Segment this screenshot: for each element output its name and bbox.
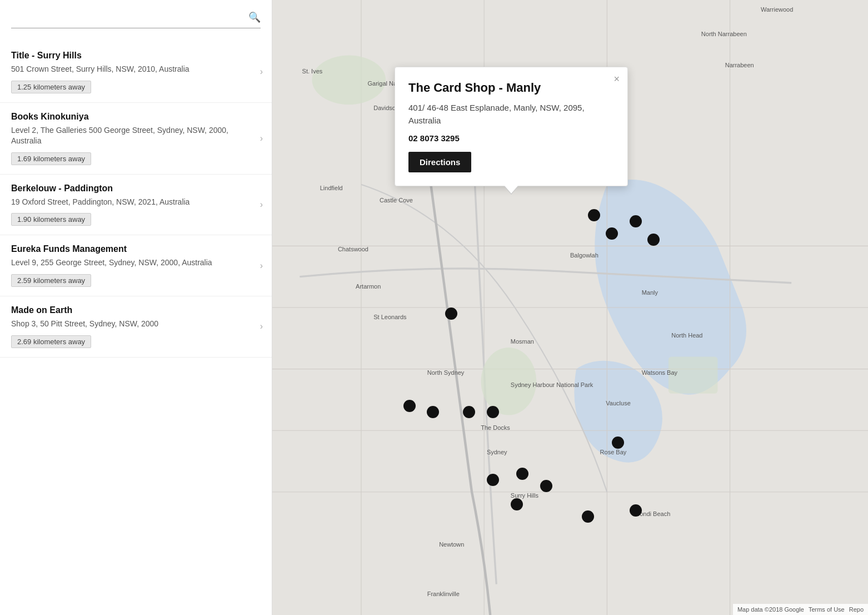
map-marker-15[interactable]: [487, 474, 499, 486]
map-marker-12[interactable]: [511, 498, 523, 510]
map-marker-4[interactable]: [445, 308, 457, 320]
location-address-4: Shop 3, 50 Pitt Street, Sydney, NSW, 200…: [11, 319, 261, 330]
map-popup: × The Card Shop - Manly 401/ 46-48 East …: [395, 67, 628, 186]
location-address-2: 19 Oxford Street, Paddington, NSW, 2021,…: [11, 197, 261, 208]
search-input[interactable]: Chippendale NSW, Australia: [11, 12, 248, 22]
distance-badge-1: 1.69 kilometers away: [11, 152, 91, 165]
map-marker-11[interactable]: [540, 480, 552, 492]
location-item-2[interactable]: Berkelouw - Paddington 19 Oxford Street,…: [0, 175, 272, 236]
map-panel: WarriewoodNorth NarrabeenNarrabeenSt. Iv…: [272, 0, 868, 615]
map-marker-8[interactable]: [487, 406, 499, 418]
location-item-0[interactable]: Title - Surry Hills 501 Crown Street, Su…: [0, 42, 272, 103]
map-marker-9[interactable]: [612, 437, 624, 449]
popup-address: 401/ 46-48 East Esplanade, Manly, NSW, 2…: [408, 102, 612, 127]
location-address-1: Level 2, The Galleries 500 George Street…: [11, 125, 261, 147]
map-marker-2[interactable]: [647, 234, 660, 246]
directions-button[interactable]: Directions: [408, 152, 471, 172]
location-name-2: Berkelouw - Paddington: [11, 183, 261, 194]
map-marker-10[interactable]: [516, 468, 528, 480]
locations-list: Title - Surry Hills 501 Crown Street, Su…: [0, 42, 272, 358]
distance-badge-4: 2.69 kilometers away: [11, 335, 91, 348]
map-marker-0[interactable]: [606, 227, 618, 240]
chevron-icon-2: ›: [260, 200, 263, 210]
location-name-4: Made on Earth: [11, 305, 261, 315]
location-address-0: 501 Crown Street, Surry Hills, NSW, 2010…: [11, 64, 261, 75]
map-marker-5[interactable]: [403, 400, 416, 412]
svg-point-10: [312, 56, 386, 105]
popup-close-button[interactable]: ×: [613, 74, 620, 84]
left-panel: Chippendale NSW, Australia 🔍 Title - Sur…: [0, 0, 272, 615]
search-bar: Chippendale NSW, Australia 🔍: [11, 11, 261, 28]
chevron-icon-0: ›: [260, 67, 263, 77]
map-marker-1[interactable]: [630, 215, 642, 227]
location-item-1[interactable]: Books Kinokuniya Level 2, The Galleries …: [0, 103, 272, 175]
location-item-3[interactable]: Eureka Funds Management Level 9, 255 Geo…: [0, 235, 272, 296]
distance-badge-2: 1.90 kilometers away: [11, 213, 91, 226]
map-marker-6[interactable]: [427, 406, 439, 418]
location-address-3: Level 9, 255 George Street, Sydney, NSW,…: [11, 257, 261, 269]
chevron-icon-3: ›: [260, 261, 263, 271]
map-footer: Map data ©2018 Google Terms of Use Repo: [733, 604, 868, 615]
map-copyright: Map data ©2018 Google: [737, 606, 804, 613]
map-report: Repo: [849, 606, 864, 613]
map-marker-3[interactable]: [588, 209, 600, 221]
location-name-3: Eureka Funds Management: [11, 244, 261, 254]
location-name-1: Books Kinokuniya: [11, 112, 261, 122]
popup-phone: 02 8073 3295: [408, 133, 612, 143]
location-item-4[interactable]: Made on Earth Shop 3, 50 Pitt Street, Sy…: [0, 296, 272, 358]
search-icon[interactable]: 🔍: [248, 11, 261, 23]
terms-of-use-link[interactable]: Terms of Use: [809, 606, 845, 613]
distance-badge-0: 1.25 kilometers away: [11, 81, 91, 93]
svg-rect-12: [669, 356, 717, 393]
location-name-0: Title - Surry Hills: [11, 51, 261, 61]
map-marker-14[interactable]: [630, 504, 642, 517]
chevron-icon-4: ›: [260, 321, 263, 331]
chevron-icon-1: ›: [260, 133, 263, 143]
map-marker-13[interactable]: [582, 510, 594, 523]
svg-point-11: [481, 348, 537, 415]
distance-badge-3: 2.59 kilometers away: [11, 274, 91, 287]
popup-title: The Card Shop - Manly: [408, 81, 612, 95]
map-background: WarriewoodNorth NarrabeenNarrabeenSt. Iv…: [272, 0, 868, 615]
map-marker-7[interactable]: [463, 406, 475, 418]
